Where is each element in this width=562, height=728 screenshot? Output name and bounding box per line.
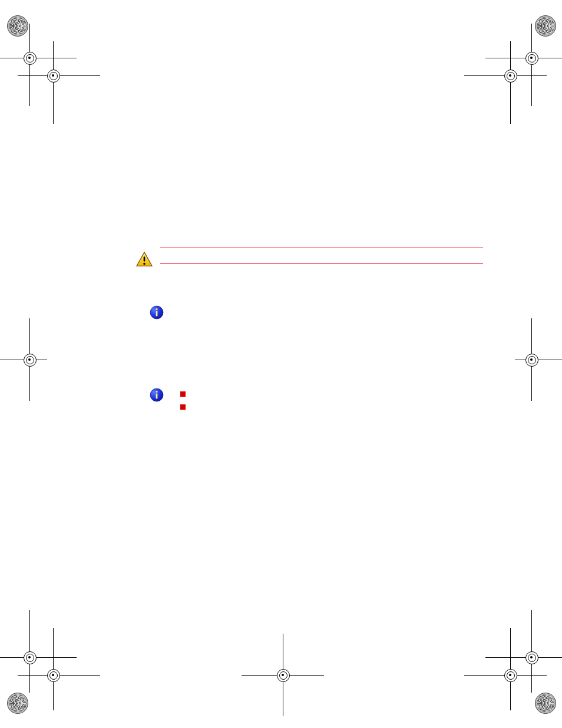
regmark-bottom-center [242, 634, 324, 716]
regmark-bottom-right [485, 610, 562, 693]
warning-rule [160, 248, 483, 264]
regmark-top-right-inner [464, 41, 547, 124]
regmark-bottom-left-inner [18, 628, 100, 710]
target-icon [504, 70, 517, 83]
target-icon [277, 669, 290, 682]
regmark-top-left [0, 24, 77, 106]
bullet-item [160, 401, 483, 414]
regmark-top-right [485, 24, 562, 106]
warning-callout [160, 248, 483, 264]
target-icon [504, 669, 517, 682]
svg-rect-7 [156, 394, 158, 399]
regmark-bottom-right-inner [464, 628, 547, 710]
regmark-mid-left [0, 318, 47, 401]
info-icon [150, 305, 164, 319]
svg-point-6 [156, 391, 157, 393]
medallion-icon [7, 15, 28, 37]
page-content [160, 248, 483, 414]
medallion-icon [535, 693, 556, 714]
info-callout-2 [160, 388, 483, 414]
medallion-icon [7, 693, 28, 714]
medallion-icon [535, 15, 556, 37]
target-icon [24, 354, 37, 367]
target-icon [525, 651, 538, 664]
target-icon [24, 651, 37, 664]
target-icon [47, 70, 60, 83]
regmark-bottom-left [0, 610, 77, 693]
svg-point-1 [143, 263, 145, 265]
target-icon [525, 354, 538, 367]
target-icon [47, 669, 60, 682]
svg-point-3 [156, 308, 157, 310]
regmark-top-left-inner [18, 41, 100, 124]
regmark-mid-right [515, 318, 562, 401]
svg-rect-4 [156, 311, 158, 317]
target-icon [24, 52, 37, 65]
svg-rect-0 [144, 256, 146, 261]
info-callout-1 [160, 305, 483, 323]
bullet-item [160, 388, 483, 401]
target-icon [525, 52, 538, 65]
warning-icon [135, 251, 153, 268]
